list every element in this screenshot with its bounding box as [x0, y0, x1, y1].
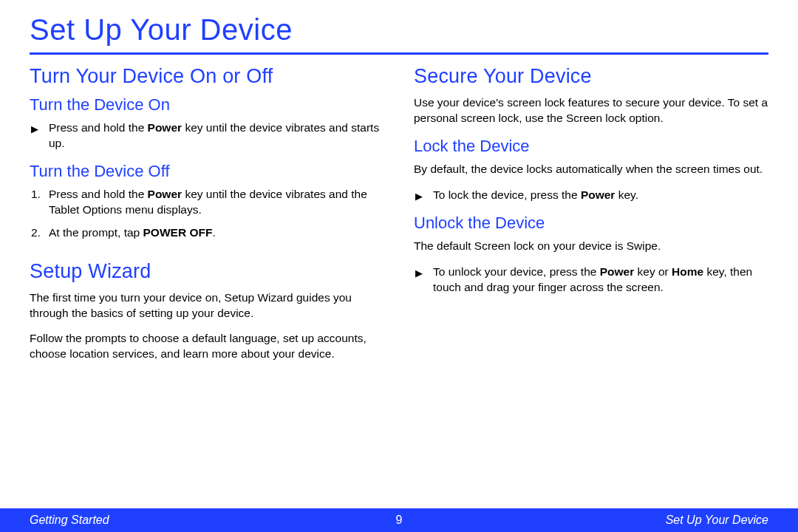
paragraph: Use your device's screen lock features t… [414, 95, 768, 126]
subsection-turn-off: Turn the Device Off [30, 162, 384, 181]
text: To unlock your device, press the [433, 265, 600, 278]
section-setup-wizard: Setup Wizard [30, 260, 384, 283]
left-column: Turn Your Device On or Off Turn the Devi… [30, 65, 384, 372]
page-number: 9 [396, 514, 403, 527]
paragraph: The first time you turn your device on, … [30, 290, 384, 321]
text: key. [615, 188, 638, 201]
subsection-unlock: Unlock the Device [414, 214, 768, 233]
bullet-item: ▶ Press and hold the Power key until the… [30, 120, 384, 151]
paragraph: By default, the device locks automatical… [414, 162, 768, 177]
bold-text: Power [148, 188, 183, 200]
text: To lock the device, press the [433, 188, 581, 201]
page-footer: Getting Started 9 Set Up Your Device [0, 508, 798, 532]
bold-text: Power [581, 188, 615, 201]
subsection-turn-on: Turn the Device On [30, 95, 384, 115]
bullet-item: ▶ To unlock your device, press the Power… [414, 265, 768, 296]
text: . [212, 226, 215, 239]
text: Press and hold the [49, 188, 148, 200]
triangle-icon: ▶ [415, 267, 423, 279]
triangle-icon: ▶ [415, 191, 423, 202]
text: key or [634, 265, 672, 278]
paragraph: Follow the prompts to choose a default l… [30, 331, 384, 362]
triangle-icon: ▶ [31, 123, 38, 134]
paragraph: The default Screen lock on your device i… [414, 239, 768, 254]
right-column: Secure Your Device Use your device's scr… [414, 65, 768, 372]
bold-text: Power [148, 121, 183, 134]
section-turn-on-off: Turn Your Device On or Off [30, 65, 384, 88]
bold-text: Power [600, 265, 635, 278]
subsection-lock: Lock the Device [414, 137, 768, 156]
numbered-item: 1. Press and hold the Power key until th… [30, 187, 384, 218]
footer-section-name: Getting Started [30, 514, 109, 527]
bullet-item: ▶ To lock the device, press the Power ke… [414, 188, 768, 203]
text: At the prompt, tap [49, 226, 143, 239]
bold-text: POWER OFF [143, 226, 213, 239]
footer-topic-name: Set Up Your Device [666, 514, 768, 527]
numbered-item: 2. At the prompt, tap POWER OFF. [30, 225, 384, 241]
bold-text: Home [672, 265, 703, 278]
content-columns: Turn Your Device On or Off Turn the Devi… [30, 65, 768, 372]
page-title: Set Up Your Device [30, 13, 768, 55]
text: Press and hold the [49, 121, 148, 134]
section-secure-device: Secure Your Device [414, 65, 768, 88]
